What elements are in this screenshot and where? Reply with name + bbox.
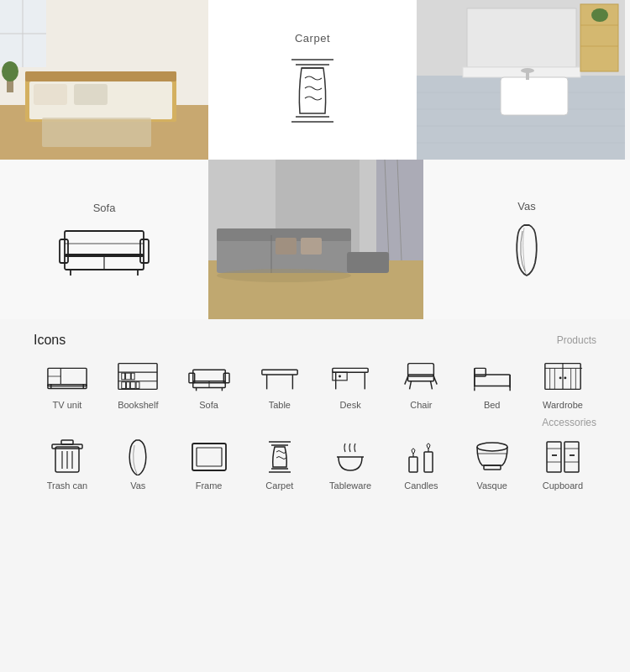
svg-rect-35 — [60, 239, 68, 263]
icons-header: Icons Products — [34, 333, 596, 348]
table-icon — [259, 360, 301, 393]
trash-can-icon — [46, 440, 88, 474]
svg-rect-119 — [409, 457, 417, 472]
svg-rect-64 — [127, 382, 130, 389]
svg-rect-69 — [132, 373, 135, 380]
table-item[interactable]: Table — [246, 360, 313, 410]
tableware-item[interactable]: Tableware — [317, 440, 384, 491]
svg-rect-77 — [262, 370, 297, 375]
furniture-icons-grid: TV unit Bookshe — [34, 360, 596, 410]
frame-label: Frame — [196, 480, 223, 491]
products-label: Products — [557, 334, 596, 346]
bed-item[interactable]: Bed — [459, 360, 526, 410]
vas-accessory-icon — [117, 440, 159, 474]
svg-line-88 — [431, 381, 433, 390]
photo-grid: Carpet — [0, 0, 630, 160]
svg-point-11 — [2, 61, 18, 81]
svg-rect-108 — [61, 440, 73, 444]
frame-item[interactable]: Frame — [176, 440, 243, 491]
bookshelf-icon — [117, 360, 159, 393]
svg-rect-6 — [25, 71, 176, 81]
carpet-section-label: Carpet — [295, 32, 330, 45]
svg-rect-60 — [118, 364, 157, 390]
icons-title: Icons — [34, 333, 66, 348]
table-label: Table — [269, 400, 291, 410]
svg-rect-113 — [197, 448, 222, 466]
bookshelf-item[interactable]: Bookshelf — [104, 360, 171, 410]
tv-unit-icon — [46, 360, 88, 393]
svg-point-32 — [591, 8, 608, 22]
icons-section: Icons Products TV unit — [0, 319, 630, 506]
bedroom-photo — [0, 0, 208, 160]
tableware-label: Tableware — [329, 480, 371, 491]
svg-rect-127 — [564, 442, 579, 472]
accessories-label: Accessories — [34, 417, 596, 428]
svg-point-28 — [521, 68, 534, 73]
svg-rect-51 — [301, 238, 322, 255]
svg-rect-12 — [42, 118, 151, 147]
wardrobe-item[interactable]: Wardrobe — [529, 360, 596, 410]
svg-point-84 — [339, 375, 341, 378]
desk-icon — [329, 360, 371, 393]
vasque-icon — [471, 440, 513, 474]
sofa-label: Sofa — [93, 202, 116, 214]
sofa-furniture-item[interactable]: Sofa — [176, 360, 243, 410]
vasque-label: Vasque — [476, 480, 507, 491]
svg-line-87 — [410, 381, 412, 390]
tv-unit-label: TV unit — [53, 400, 82, 410]
svg-rect-24 — [467, 8, 576, 67]
bathroom-photo — [417, 0, 625, 160]
svg-rect-65 — [131, 382, 136, 389]
tableware-icon — [329, 440, 371, 474]
carpet-accessory-label: Carpet — [265, 480, 293, 491]
accessories-icons-grid: Trash can Vas Frame — [34, 440, 596, 491]
svg-rect-26 — [501, 77, 568, 115]
desk-item[interactable]: Desk — [317, 360, 384, 410]
chair-icon — [400, 360, 442, 393]
candles-item[interactable]: Candles — [387, 440, 454, 491]
vasque-item[interactable]: Vasque — [459, 440, 526, 491]
svg-rect-67 — [122, 373, 125, 380]
carpet-icon-cell: Carpet — [208, 0, 417, 160]
svg-rect-86 — [408, 375, 434, 381]
chair-item[interactable]: Chair — [387, 360, 454, 410]
carpet-accessory-item[interactable]: Carpet — [246, 440, 313, 491]
svg-point-104 — [559, 376, 562, 379]
tv-unit-item[interactable]: TV unit — [34, 360, 101, 410]
chair-label: Chair — [410, 400, 432, 410]
svg-rect-8 — [34, 84, 67, 105]
vas-icon-cell: Vas — [423, 160, 630, 319]
svg-rect-54 — [48, 368, 87, 386]
vas-accessory-item[interactable]: Vas — [104, 440, 171, 491]
cupboard-icon — [542, 440, 584, 474]
svg-rect-68 — [126, 373, 131, 380]
bookshelf-label: Bookshelf — [118, 400, 158, 410]
svg-rect-66 — [136, 382, 139, 389]
carpet-accessory-icon — [259, 440, 301, 474]
svg-point-123 — [477, 443, 507, 451]
wardrobe-icon — [542, 360, 584, 393]
living-room-photo — [208, 160, 423, 319]
candles-label: Candles — [404, 480, 438, 491]
vas-accessory-label: Vas — [130, 480, 145, 491]
sofa-furniture-icon — [188, 360, 230, 393]
svg-rect-9 — [74, 84, 108, 105]
svg-rect-124 — [484, 465, 501, 470]
svg-rect-36 — [140, 239, 149, 263]
cupboard-item[interactable]: Cupboard — [529, 440, 596, 491]
desk-label: Desk — [340, 400, 361, 410]
vas-label: Vas — [517, 200, 535, 213]
frame-icon — [188, 440, 230, 474]
svg-rect-80 — [333, 368, 368, 372]
cupboard-label: Cupboard — [543, 480, 583, 491]
wardrobe-label: Wardrobe — [543, 400, 583, 410]
svg-rect-121 — [424, 452, 433, 472]
candles-icon — [400, 440, 442, 474]
svg-rect-25 — [463, 67, 580, 77]
sofa-icon-cell: Sofa — [0, 160, 208, 319]
svg-point-53 — [217, 269, 351, 282]
svg-rect-50 — [276, 238, 297, 255]
bed-icon — [471, 360, 513, 393]
trash-can-item[interactable]: Trash can — [34, 440, 101, 491]
sofa-furniture-label: Sofa — [199, 400, 218, 410]
